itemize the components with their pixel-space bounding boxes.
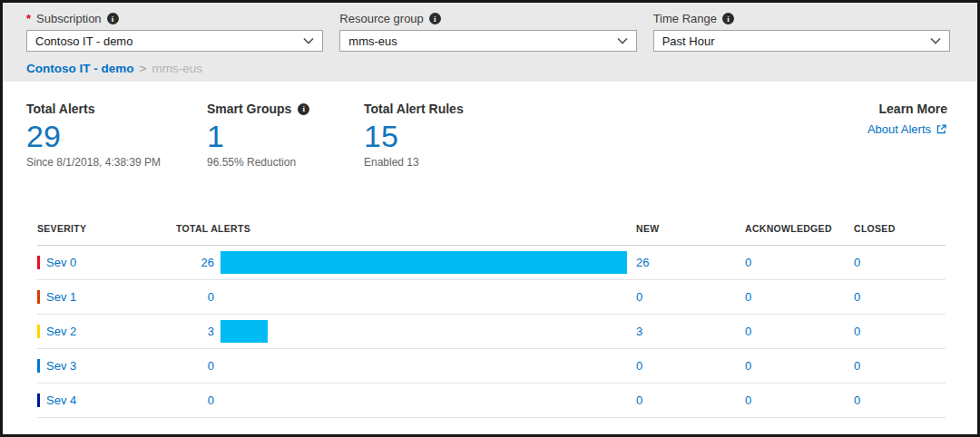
acknowledged-value[interactable]: 0 [741, 290, 850, 304]
subscription-info-icon[interactable]: i [107, 13, 119, 24]
resource-group-info-icon[interactable]: i [429, 13, 441, 24]
smart-groups-stat: Smart Groups i 1 96.55% Reduction [207, 102, 364, 169]
smart-groups-info-icon[interactable]: i [298, 103, 309, 115]
alert-rules-stat: Total Alert Rules 15 Enabled 13 [364, 102, 582, 169]
severity-color-tick [37, 393, 40, 407]
severity-cell: Sev 3 [37, 359, 176, 373]
time-range-info-icon[interactable]: i [722, 13, 734, 24]
total-alerts-stat-value: 29 [26, 118, 207, 155]
severity-link[interactable]: Sev 2 [46, 325, 76, 338]
alert-rules-stat-value: 15 [364, 118, 582, 155]
closed-value[interactable]: 0 [850, 290, 946, 304]
chevron-down-icon [617, 37, 628, 44]
table-row: Sev 1 0 0 0 0 [37, 280, 946, 315]
header-acknowledged: ACKNOWLEDGED [741, 223, 850, 234]
alert-rules-stat-label: Total Alert Rules [364, 102, 582, 116]
total-alerts-stat-subtext: Since 8/1/2018, 4:38:39 PM [26, 156, 207, 169]
alert-rules-stat-label-text: Total Alert Rules [364, 102, 464, 116]
subscription-label-text: Subscription [36, 12, 102, 25]
closed-value[interactable]: 0 [850, 256, 946, 269]
severity-cell: Sev 2 [37, 325, 176, 338]
total-alerts-bar-cell [214, 384, 632, 417]
total-alerts-bar [220, 320, 268, 343]
closed-value[interactable]: 0 [850, 359, 946, 373]
learn-more-title: Learn More [867, 102, 947, 116]
chevron-down-icon [303, 37, 314, 44]
closed-value[interactable]: 0 [850, 393, 946, 407]
total-alerts-value[interactable]: 0 [176, 393, 214, 407]
table-row: Sev 0 26 26 0 0 [37, 246, 946, 280]
severity-color-tick [37, 359, 40, 373]
acknowledged-value[interactable]: 0 [741, 256, 850, 269]
learn-more-block: Learn More About Alerts [867, 102, 947, 169]
time-range-select[interactable]: Past Hour [653, 30, 950, 52]
time-range-label-text: Time Range [653, 12, 717, 25]
alerts-dashboard: * Subscription i Contoso IT - demo Resou… [0, 0, 980, 437]
breadcrumb-separator: > [140, 62, 147, 75]
smart-groups-stat-label: Smart Groups i [207, 102, 364, 116]
time-range-select-value: Past Hour [662, 34, 715, 48]
resource-group-label: Resource group i [339, 12, 636, 25]
alert-rules-stat-subtext: Enabled 13 [364, 156, 582, 169]
severity-cell: Sev 0 [37, 256, 176, 269]
breadcrumb-subscription-link[interactable]: Contoso IT - demo [26, 62, 134, 75]
severity-color-tick [37, 325, 40, 338]
total-alerts-bar [220, 251, 627, 274]
about-alerts-link-text: About Alerts [867, 122, 931, 136]
severity-table: SEVERITY TOTAL ALERTS NEW ACKNOWLEDGED C… [3, 223, 977, 418]
total-alerts-value[interactable]: 0 [176, 290, 214, 304]
severity-link[interactable]: Sev 1 [46, 290, 76, 304]
severity-link[interactable]: Sev 3 [46, 359, 76, 373]
smart-groups-stat-subtext: 96.55% Reduction [207, 156, 364, 169]
subscription-filter: * Subscription i Contoso IT - demo [26, 12, 323, 52]
breadcrumb: Contoso IT - demo > mms-eus [26, 62, 950, 75]
new-value[interactable]: 26 [632, 256, 741, 269]
chevron-down-icon [930, 37, 941, 44]
severity-link[interactable]: Sev 4 [46, 393, 76, 407]
total-alerts-stat-label: Total Alerts [26, 102, 207, 116]
total-alerts-bar-cell [214, 315, 632, 348]
filter-bar: * Subscription i Contoso IT - demo Resou… [3, 3, 977, 82]
about-alerts-link[interactable]: About Alerts [867, 122, 947, 136]
total-alerts-value[interactable]: 3 [176, 325, 214, 338]
filters-row: * Subscription i Contoso IT - demo Resou… [26, 12, 950, 52]
new-value[interactable]: 0 [632, 359, 741, 373]
resource-group-label-text: Resource group [339, 12, 424, 25]
severity-table-header: SEVERITY TOTAL ALERTS NEW ACKNOWLEDGED C… [37, 223, 946, 246]
total-alerts-value[interactable]: 26 [176, 256, 214, 269]
acknowledged-value[interactable]: 0 [741, 325, 850, 338]
total-alerts-bar-cell [214, 349, 632, 383]
severity-cell: Sev 1 [37, 290, 176, 304]
severity-link[interactable]: Sev 0 [46, 256, 76, 269]
resource-group-select[interactable]: mms-eus [339, 30, 636, 52]
new-value[interactable]: 3 [632, 325, 741, 338]
new-value[interactable]: 0 [632, 290, 741, 304]
header-severity: SEVERITY [37, 223, 176, 234]
total-alerts-bar-cell [214, 280, 632, 314]
acknowledged-value[interactable]: 0 [741, 393, 850, 407]
severity-color-tick [37, 290, 40, 304]
new-value[interactable]: 0 [632, 393, 741, 407]
resource-group-filter: Resource group i mms-eus [339, 12, 636, 52]
smart-groups-stat-label-text: Smart Groups [207, 102, 291, 116]
time-range-label: Time Range i [653, 12, 950, 25]
header-new: NEW [632, 223, 741, 234]
severity-color-tick [37, 256, 40, 269]
total-alerts-stat: Total Alerts 29 Since 8/1/2018, 4:38:39 … [26, 102, 207, 169]
time-range-filter: Time Range i Past Hour [653, 12, 950, 52]
severity-cell: Sev 4 [37, 393, 176, 407]
subscription-label: * Subscription i [26, 12, 323, 25]
external-link-icon [936, 123, 947, 135]
acknowledged-value[interactable]: 0 [741, 359, 850, 373]
closed-value[interactable]: 0 [850, 325, 946, 338]
breadcrumb-resource-group: mms-eus [152, 62, 202, 75]
total-alerts-bar-cell [214, 246, 632, 279]
table-row: Sev 4 0 0 0 0 [37, 384, 946, 418]
header-closed: CLOSED [850, 223, 946, 234]
header-total-alerts: TOTAL ALERTS [176, 223, 632, 234]
table-row: Sev 3 0 0 0 0 [37, 349, 946, 384]
subscription-select[interactable]: Contoso IT - demo [26, 30, 323, 52]
total-alerts-value[interactable]: 0 [176, 359, 214, 373]
total-alerts-stat-label-text: Total Alerts [26, 102, 94, 116]
smart-groups-stat-value: 1 [207, 118, 364, 155]
